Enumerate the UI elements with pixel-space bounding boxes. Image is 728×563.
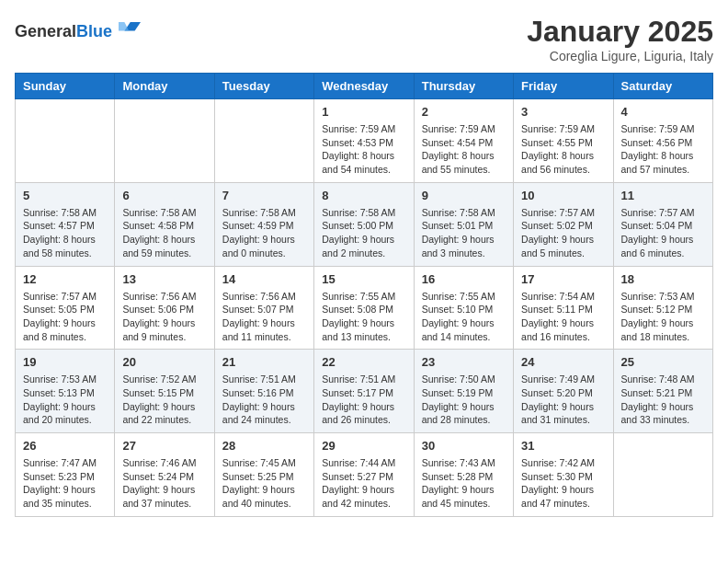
day-info: Sunrise: 7:44 AMSunset: 5:27 PMDaylight:…: [322, 456, 405, 511]
calendar-day-cell: 27 Sunrise: 7:46 AMSunset: 5:24 PMDaylig…: [115, 433, 214, 517]
day-number: 2: [422, 105, 506, 119]
calendar-day-cell: 1 Sunrise: 7:59 AMSunset: 4:53 PMDayligh…: [314, 99, 414, 183]
day-number: 25: [621, 355, 705, 369]
day-info: Sunrise: 7:42 AMSunset: 5:30 PMDaylight:…: [521, 456, 605, 511]
day-info: Sunrise: 7:56 AMSunset: 5:07 PMDaylight:…: [222, 290, 306, 344]
day-number: 1: [322, 105, 405, 119]
day-info: Sunrise: 7:46 AMSunset: 5:24 PMDaylight:…: [122, 456, 206, 511]
weekday-header-cell: Friday: [514, 74, 613, 99]
calendar-day-cell: 29 Sunrise: 7:44 AMSunset: 5:27 PMDaylig…: [314, 433, 414, 517]
day-info: Sunrise: 7:53 AMSunset: 5:13 PMDaylight:…: [23, 373, 107, 427]
calendar-day-cell: 30 Sunrise: 7:43 AMSunset: 5:28 PMDaylig…: [414, 433, 513, 517]
day-number: 30: [422, 439, 506, 453]
day-info: Sunrise: 7:59 AMSunset: 4:54 PMDaylight:…: [422, 122, 506, 177]
day-number: 28: [222, 439, 306, 453]
day-number: 22: [322, 355, 405, 369]
day-info: Sunrise: 7:58 AMSunset: 4:57 PMDaylight:…: [23, 206, 107, 260]
day-info: Sunrise: 7:57 AMSunset: 5:05 PMDaylight:…: [23, 290, 107, 344]
day-number: 16: [422, 272, 506, 286]
day-number: 19: [23, 355, 107, 369]
calendar-day-cell: 13 Sunrise: 7:56 AMSunset: 5:06 PMDaylig…: [115, 266, 214, 350]
calendar-day-cell: 9 Sunrise: 7:58 AMSunset: 5:01 PMDayligh…: [414, 182, 513, 266]
day-info: Sunrise: 7:43 AMSunset: 5:28 PMDaylight:…: [422, 456, 506, 511]
day-number: 11: [621, 189, 705, 202]
calendar-day-cell: [214, 99, 313, 183]
calendar-table: SundayMondayTuesdayWednesdayThursdayFrid…: [15, 73, 713, 517]
day-info: Sunrise: 7:48 AMSunset: 5:21 PMDaylight:…: [621, 373, 705, 427]
weekday-header-cell: Monday: [115, 74, 214, 99]
day-info: Sunrise: 7:58 AMSunset: 4:59 PMDaylight:…: [222, 206, 306, 260]
calendar-day-cell: 26 Sunrise: 7:47 AMSunset: 5:23 PMDaylig…: [16, 433, 115, 517]
day-info: Sunrise: 7:52 AMSunset: 5:15 PMDaylight:…: [122, 373, 206, 427]
day-number: 18: [621, 272, 705, 286]
svg-marker-1: [119, 22, 129, 31]
day-number: 13: [122, 272, 206, 286]
weekday-header-row: SundayMondayTuesdayWednesdayThursdayFrid…: [16, 74, 713, 99]
calendar-day-cell: 31 Sunrise: 7:42 AMSunset: 5:30 PMDaylig…: [514, 433, 613, 517]
day-info: Sunrise: 7:59 AMSunset: 4:55 PMDaylight:…: [521, 122, 605, 177]
day-number: 12: [23, 272, 107, 286]
day-info: Sunrise: 7:57 AMSunset: 5:04 PMDaylight:…: [621, 206, 705, 260]
day-number: 23: [422, 355, 506, 369]
calendar-day-cell: 25 Sunrise: 7:48 AMSunset: 5:21 PMDaylig…: [613, 350, 712, 433]
calendar-day-cell: [16, 99, 115, 183]
calendar-day-cell: 7 Sunrise: 7:58 AMSunset: 4:59 PMDayligh…: [214, 182, 313, 266]
day-info: Sunrise: 7:59 AMSunset: 4:56 PMDaylight:…: [621, 122, 705, 177]
calendar-day-cell: [115, 99, 214, 183]
day-info: Sunrise: 7:58 AMSunset: 5:01 PMDaylight:…: [422, 206, 506, 260]
day-number: 10: [521, 189, 605, 202]
day-number: 26: [23, 439, 107, 453]
day-info: Sunrise: 7:50 AMSunset: 5:19 PMDaylight:…: [422, 373, 506, 427]
weekday-header-cell: Sunday: [16, 74, 115, 99]
weekday-header-cell: Wednesday: [314, 74, 414, 99]
calendar-day-cell: 20 Sunrise: 7:52 AMSunset: 5:15 PMDaylig…: [115, 350, 214, 433]
location-title: Coreglia Ligure, Liguria, Italy: [527, 49, 713, 63]
day-info: Sunrise: 7:47 AMSunset: 5:23 PMDaylight:…: [23, 456, 107, 511]
day-info: Sunrise: 7:45 AMSunset: 5:25 PMDaylight:…: [222, 456, 306, 511]
logo: GeneralBlue: [15, 15, 141, 41]
calendar-day-cell: 2 Sunrise: 7:59 AMSunset: 4:54 PMDayligh…: [414, 99, 513, 183]
day-number: 17: [521, 272, 605, 286]
calendar-day-cell: [613, 433, 712, 517]
logo-icon: [119, 15, 141, 37]
calendar-week-row: 26 Sunrise: 7:47 AMSunset: 5:23 PMDaylig…: [16, 433, 713, 517]
calendar-day-cell: 8 Sunrise: 7:58 AMSunset: 5:00 PMDayligh…: [314, 182, 414, 266]
calendar-day-cell: 4 Sunrise: 7:59 AMSunset: 4:56 PMDayligh…: [613, 99, 712, 183]
calendar-day-cell: 6 Sunrise: 7:58 AMSunset: 4:58 PMDayligh…: [115, 182, 214, 266]
calendar-day-cell: 17 Sunrise: 7:54 AMSunset: 5:11 PMDaylig…: [514, 266, 613, 350]
weekday-header-cell: Thursday: [414, 74, 513, 99]
day-info: Sunrise: 7:53 AMSunset: 5:12 PMDaylight:…: [621, 290, 705, 344]
day-number: 3: [521, 105, 605, 119]
month-title: January 2025: [527, 15, 713, 49]
calendar-day-cell: 21 Sunrise: 7:51 AMSunset: 5:16 PMDaylig…: [214, 350, 313, 433]
day-number: 15: [322, 272, 405, 286]
calendar-week-row: 5 Sunrise: 7:58 AMSunset: 4:57 PMDayligh…: [16, 182, 713, 266]
calendar-day-cell: 18 Sunrise: 7:53 AMSunset: 5:12 PMDaylig…: [613, 266, 712, 350]
day-number: 9: [422, 189, 506, 202]
calendar-day-cell: 5 Sunrise: 7:58 AMSunset: 4:57 PMDayligh…: [16, 182, 115, 266]
day-info: Sunrise: 7:58 AMSunset: 4:58 PMDaylight:…: [122, 206, 206, 260]
day-info: Sunrise: 7:55 AMSunset: 5:08 PMDaylight:…: [322, 290, 405, 344]
day-info: Sunrise: 7:59 AMSunset: 4:53 PMDaylight:…: [322, 122, 405, 177]
day-number: 20: [122, 355, 206, 369]
logo-blue: Blue: [76, 22, 112, 40]
day-info: Sunrise: 7:51 AMSunset: 5:16 PMDaylight:…: [222, 373, 306, 427]
calendar-day-cell: 14 Sunrise: 7:56 AMSunset: 5:07 PMDaylig…: [214, 266, 313, 350]
day-info: Sunrise: 7:54 AMSunset: 5:11 PMDaylight:…: [521, 290, 605, 344]
calendar-day-cell: 23 Sunrise: 7:50 AMSunset: 5:19 PMDaylig…: [414, 350, 513, 433]
calendar-day-cell: 3 Sunrise: 7:59 AMSunset: 4:55 PMDayligh…: [514, 99, 613, 183]
day-number: 4: [621, 105, 705, 119]
calendar-day-cell: 16 Sunrise: 7:55 AMSunset: 5:10 PMDaylig…: [414, 266, 513, 350]
calendar-day-cell: 24 Sunrise: 7:49 AMSunset: 5:20 PMDaylig…: [514, 350, 613, 433]
calendar-body: 1 Sunrise: 7:59 AMSunset: 4:53 PMDayligh…: [16, 99, 713, 517]
calendar-week-row: 19 Sunrise: 7:53 AMSunset: 5:13 PMDaylig…: [16, 350, 713, 433]
day-number: 6: [122, 189, 206, 202]
day-info: Sunrise: 7:49 AMSunset: 5:20 PMDaylight:…: [521, 373, 605, 427]
calendar-week-row: 12 Sunrise: 7:57 AMSunset: 5:05 PMDaylig…: [16, 266, 713, 350]
day-number: 31: [521, 439, 605, 453]
day-number: 5: [23, 189, 107, 202]
calendar-day-cell: 12 Sunrise: 7:57 AMSunset: 5:05 PMDaylig…: [16, 266, 115, 350]
day-info: Sunrise: 7:51 AMSunset: 5:17 PMDaylight:…: [322, 373, 405, 427]
title-area: January 2025 Coreglia Ligure, Liguria, I…: [527, 15, 713, 63]
page-header: GeneralBlue January 2025 Coreglia Ligure…: [15, 15, 713, 63]
